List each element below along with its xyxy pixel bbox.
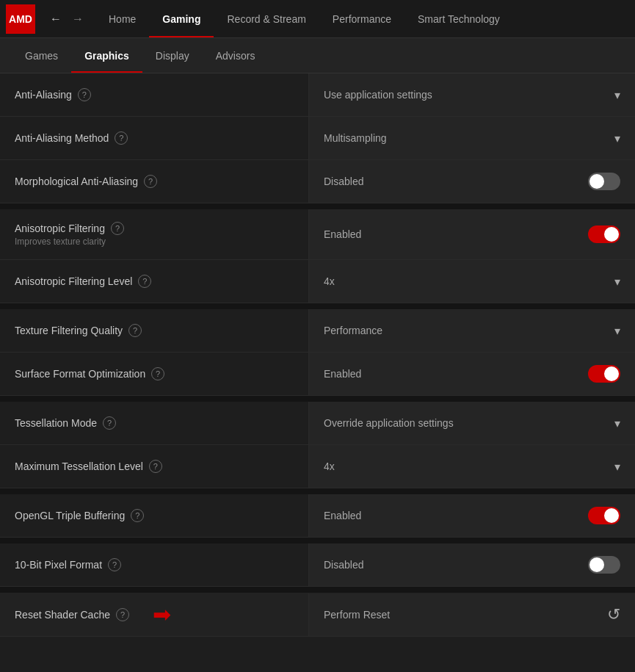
group-divider (0, 488, 635, 494)
setting-label-anisotropic-filtering: Anisotropic Filtering (15, 223, 105, 234)
setting-control-col-anti-aliasing[interactable]: Use application settings▾ (308, 73, 635, 116)
nav-performance[interactable]: Performance (319, 0, 404, 37)
toggle-label-surface-format-optimization: Enabled (324, 368, 361, 380)
group-divider (0, 203, 635, 209)
chevron-down-icon-texture-filtering-quality[interactable]: ▾ (614, 324, 620, 338)
dropdown-value-texture-filtering-quality: Performance (324, 325, 382, 336)
setting-control-col-morphological-anti-aliasing: Disabled (308, 160, 635, 203)
toggle-anisotropic-filtering[interactable] (588, 225, 620, 243)
toggle-track-surface-format-optimization (588, 365, 620, 383)
toggle-track-anisotropic-filtering (588, 225, 620, 243)
toggle-thumb-surface-format-optimization (604, 366, 619, 381)
setting-label-col-anisotropic-filtering-level: Anisotropic Filtering Level? (0, 266, 308, 297)
setting-label-10-bit-pixel-format: 10-Bit Pixel Format (15, 559, 102, 571)
setting-control-col-anisotropic-filtering: Enabled (308, 209, 635, 259)
nav-arrows: ← → (47, 10, 87, 29)
toggle-label-opengl-triple-buffering: Enabled (324, 510, 361, 521)
toggle-label-anisotropic-filtering: Enabled (324, 228, 361, 240)
setting-label-col-texture-filtering-quality: Texture Filtering Quality? (0, 315, 308, 346)
dropdown-value-maximum-tessellation-level: 4x (324, 460, 335, 472)
setting-label-col-tessellation-mode: Tessellation Mode? (0, 408, 308, 438)
setting-row-reset-shader-cache: Reset Shader Cache?➡Perform Reset↺ (0, 593, 635, 637)
back-arrow[interactable]: ← (47, 10, 65, 29)
toggle-thumb-morphological-anti-aliasing (589, 174, 604, 189)
setting-row-anti-aliasing: Anti-Aliasing?Use application settings▾ (0, 73, 635, 117)
nav-home[interactable]: Home (95, 0, 149, 37)
toggle-thumb-opengl-triple-buffering (604, 508, 619, 523)
setting-label-col-maximum-tessellation-level: Maximum Tessellation Level? (0, 451, 308, 482)
settings-content: Anti-Aliasing?Use application settings▾A… (0, 73, 635, 672)
setting-row-10-bit-pixel-format: 10-Bit Pixel Format?Disabled (0, 543, 635, 587)
help-icon-reset-shader-cache[interactable]: ? (116, 608, 129, 621)
help-icon-surface-format-optimization[interactable]: ? (151, 367, 164, 380)
setting-label-anti-aliasing: Anti-Aliasing (15, 89, 72, 101)
toggle-track-opengl-triple-buffering (588, 507, 620, 524)
dropdown-value-anisotropic-filtering-level: 4x (324, 275, 335, 287)
toggle-10-bit-pixel-format[interactable] (588, 556, 620, 574)
amd-logo: AMD (6, 4, 35, 34)
setting-label-tessellation-mode: Tessellation Mode (15, 417, 97, 429)
reset-icon-reset-shader-cache[interactable]: ↺ (607, 605, 620, 624)
toggle-surface-format-optimization[interactable] (588, 365, 620, 383)
setting-control-col-texture-filtering-quality[interactable]: Performance▾ (308, 309, 635, 352)
setting-label-col-10-bit-pixel-format: 10-Bit Pixel Format? (0, 549, 308, 580)
nav-record-stream[interactable]: Record & Stream (214, 0, 319, 37)
setting-row-opengl-triple-buffering: OpenGL Triple Buffering?Enabled (0, 494, 635, 538)
tab-advisors[interactable]: Advisors (203, 38, 269, 73)
setting-row-maximum-tessellation-level: Maximum Tessellation Level?4x▾ (0, 445, 635, 488)
help-icon-morphological-anti-aliasing[interactable]: ? (144, 175, 157, 188)
help-icon-tessellation-mode[interactable]: ? (103, 416, 116, 430)
toggle-thumb-10-bit-pixel-format (589, 557, 604, 572)
setting-label-maximum-tessellation-level: Maximum Tessellation Level (15, 460, 143, 472)
toggle-morphological-anti-aliasing[interactable] (588, 173, 620, 190)
group-divider (0, 587, 635, 593)
setting-label-col-anisotropic-filtering: Anisotropic Filtering?Improves texture c… (0, 213, 308, 256)
forward-arrow[interactable]: → (69, 10, 87, 29)
setting-control-col-anisotropic-filtering-level[interactable]: 4x▾ (308, 260, 635, 303)
chevron-down-icon-anisotropic-filtering-level[interactable]: ▾ (614, 275, 620, 289)
setting-row-anti-aliasing-method: Anti-Aliasing Method?Multisampling▾ (0, 117, 635, 160)
setting-label-col-anti-aliasing-method: Anti-Aliasing Method? (0, 123, 308, 153)
setting-control-col-reset-shader-cache[interactable]: Perform Reset↺ (308, 593, 635, 636)
setting-label-col-anti-aliasing: Anti-Aliasing? (0, 79, 308, 110)
help-icon-anisotropic-filtering-level[interactable]: ? (138, 275, 151, 288)
toggle-opengl-triple-buffering[interactable] (588, 507, 620, 524)
setting-label-col-reset-shader-cache: Reset Shader Cache?➡ (0, 593, 308, 636)
tab-games[interactable]: Games (12, 38, 71, 73)
dropdown-value-anti-aliasing-method: Multisampling (324, 132, 387, 144)
setting-label-col-surface-format-optimization: Surface Format Optimization? (0, 358, 308, 389)
nav-gaming[interactable]: Gaming (149, 0, 214, 37)
toggle-thumb-anisotropic-filtering (604, 227, 619, 242)
nav-smart-technology[interactable]: Smart Technology (404, 0, 513, 37)
chevron-down-icon-anti-aliasing[interactable]: ▾ (614, 88, 620, 102)
reset-label-reset-shader-cache: Perform Reset (324, 609, 390, 621)
toggle-label-10-bit-pixel-format: Disabled (324, 559, 363, 571)
sub-nav: Games Graphics Display Advisors (0, 38, 635, 73)
dropdown-value-tessellation-mode: Override application settings (324, 417, 454, 429)
chevron-down-icon-tessellation-mode[interactable]: ▾ (614, 416, 620, 430)
setting-control-col-surface-format-optimization: Enabled (308, 353, 635, 395)
help-icon-anisotropic-filtering[interactable]: ? (111, 222, 124, 235)
help-icon-maximum-tessellation-level[interactable]: ? (149, 460, 162, 473)
tab-graphics[interactable]: Graphics (71, 38, 142, 73)
setting-label-surface-format-optimization: Surface Format Optimization (15, 368, 145, 380)
help-icon-opengl-triple-buffering[interactable]: ? (131, 509, 144, 522)
setting-control-col-maximum-tessellation-level[interactable]: 4x▾ (308, 445, 635, 488)
tab-display[interactable]: Display (142, 38, 203, 73)
setting-control-col-anti-aliasing-method[interactable]: Multisampling▾ (308, 117, 635, 159)
setting-row-tessellation-mode: Tessellation Mode?Override application s… (0, 402, 635, 445)
help-icon-anti-aliasing-method[interactable]: ? (115, 131, 128, 145)
chevron-down-icon-anti-aliasing-method[interactable]: ▾ (614, 131, 620, 145)
setting-control-col-tessellation-mode[interactable]: Override application settings▾ (308, 402, 635, 444)
help-icon-10-bit-pixel-format[interactable]: ? (108, 558, 121, 571)
setting-row-morphological-anti-aliasing: Morphological Anti-Aliasing?Disabled (0, 160, 635, 203)
nav-links: Home Gaming Record & Stream Performance … (95, 0, 635, 37)
chevron-down-icon-maximum-tessellation-level[interactable]: ▾ (614, 460, 620, 474)
setting-row-anisotropic-filtering: Anisotropic Filtering?Improves texture c… (0, 209, 635, 260)
reset-arrow-reset-shader-cache: ➡ (153, 601, 171, 627)
help-icon-texture-filtering-quality[interactable]: ? (128, 324, 142, 337)
setting-row-texture-filtering-quality: Texture Filtering Quality?Performance▾ (0, 309, 635, 353)
setting-row-anisotropic-filtering-level: Anisotropic Filtering Level?4x▾ (0, 260, 635, 303)
help-icon-anti-aliasing[interactable]: ? (78, 88, 91, 101)
toggle-label-morphological-anti-aliasing: Disabled (324, 176, 363, 187)
